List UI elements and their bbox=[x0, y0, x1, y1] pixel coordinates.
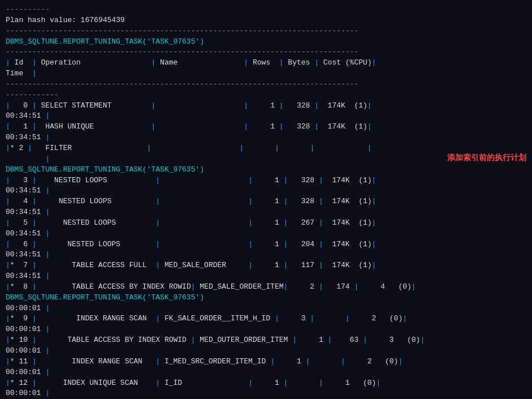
terminal-line: DBMS_SQLTUNE.REPORT_TUNING_TASK('TASK_97… bbox=[6, 37, 526, 48]
annotation-label: 添加索引前的执行计划 bbox=[447, 153, 526, 163]
terminal-line: 00:34:51 | bbox=[6, 186, 526, 196]
terminal-line: | 5 | NESTED LOOPS | | 1 | 267 | 174K (1… bbox=[6, 218, 526, 229]
terminal-line: 00:00:01 | bbox=[6, 324, 526, 335]
terminal-line: |* 11 | INDEX RANGE SCAN | I_MED_SRC_ORD… bbox=[6, 357, 526, 367]
terminal-line: | 6 | NESTED LOOPS | | 1 | 204 | 174K (1… bbox=[6, 239, 526, 250]
terminal-line: 00:34:51 | bbox=[6, 229, 526, 239]
terminal-line: 00:34:51 | bbox=[6, 271, 526, 282]
terminal-line: ----------------------------------------… bbox=[6, 47, 526, 58]
terminal-line: | 3 | NESTED LOOPS | | 1 | 328 | 174K (1… bbox=[6, 175, 526, 186]
terminal-line: 00:34:51 | bbox=[6, 132, 526, 143]
terminal-line: |* 2 | FILTER | | | | | bbox=[6, 143, 526, 154]
terminal-line: ------------ bbox=[6, 90, 526, 101]
terminal-line: ----------------------------------------… bbox=[6, 26, 526, 37]
terminal-line: ---------- bbox=[6, 5, 526, 15]
terminal-line: | Id | Operation | Name | Rows | Bytes |… bbox=[6, 58, 526, 68]
terminal-line: 00:00:01 | bbox=[6, 367, 526, 378]
terminal-line: |* 12 | INDEX UNIQUE SCAN | I_ID | 1 | |… bbox=[6, 378, 526, 389]
terminal-line: 00:00:01 | bbox=[6, 303, 526, 314]
terminal-line: DBMS_SQLTUNE.REPORT_TUNING_TASK('TASK_97… bbox=[6, 165, 526, 175]
terminal-line: 00:34:51 | bbox=[6, 207, 526, 218]
terminal-line: | 1 | HASH UNIQUE | | 1 | 328 | 174K (1)… bbox=[6, 122, 526, 132]
terminal-line: |* 8 | TABLE ACCESS BY INDEX ROWID| MED_… bbox=[6, 282, 526, 293]
terminal-line: DBMS_SQLTUNE.REPORT_TUNING_TASK('TASK_97… bbox=[6, 293, 526, 303]
terminal-line: Plan hash value: 1676945439 bbox=[6, 15, 526, 26]
terminal-line: ----------------------------------------… bbox=[6, 79, 526, 90]
terminal-line: |* 9 | INDEX RANGE SCAN | FK_SALE_ORDER_… bbox=[6, 314, 526, 324]
terminal-line: 00:34:51 | bbox=[6, 250, 526, 260]
terminal-line: 00:00:01 | bbox=[6, 388, 526, 399]
terminal-line: | 0 | SELECT STATEMENT | | 1 | 328 | 174… bbox=[6, 101, 526, 111]
terminal-line: Time | bbox=[6, 68, 526, 79]
terminal-window: ----------Plan hash value: 1676945439---… bbox=[0, 0, 532, 399]
terminal-line: 00:34:51 | bbox=[6, 111, 526, 122]
terminal-line: 00:00:01 | bbox=[6, 346, 526, 357]
terminal-line: |* 7 | TABLE ACCESS FULL | MED_SALE_ORDE… bbox=[6, 260, 526, 271]
terminal-line: |* 10 | TABLE ACCESS BY INDEX ROWID | ME… bbox=[6, 335, 526, 346]
terminal-line: | 4 | NESTED LOOPS | | 1 | 328 | 174K (1… bbox=[6, 196, 526, 207]
